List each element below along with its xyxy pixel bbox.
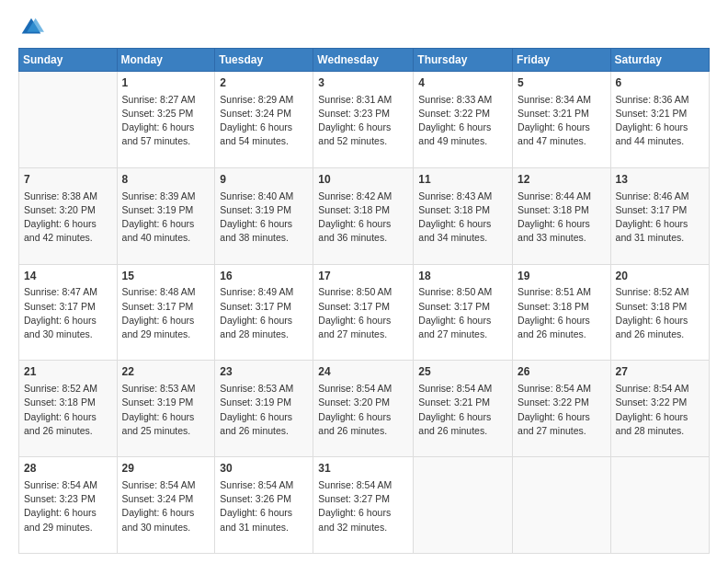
day-info: Sunrise: 8:46 AM Sunset: 3:17 PM Dayligh…: [616, 190, 704, 246]
calendar-cell: [414, 457, 513, 554]
day-number: 7: [24, 172, 112, 188]
day-info: Sunrise: 8:54 AM Sunset: 3:21 PM Dayligh…: [418, 382, 507, 438]
calendar-cell: 28Sunrise: 8:54 AM Sunset: 3:23 PM Dayli…: [19, 457, 118, 554]
logo: [18, 15, 48, 40]
day-info: Sunrise: 8:54 AM Sunset: 3:26 PM Dayligh…: [220, 478, 308, 534]
day-number: 26: [518, 364, 606, 380]
calendar-week-row: 1Sunrise: 8:27 AM Sunset: 3:25 PM Daylig…: [19, 72, 710, 168]
day-number: 24: [318, 364, 408, 380]
day-info: Sunrise: 8:39 AM Sunset: 3:19 PM Dayligh…: [122, 190, 210, 246]
calendar-cell: 16Sunrise: 8:49 AM Sunset: 3:17 PM Dayli…: [215, 264, 313, 361]
day-info: Sunrise: 8:54 AM Sunset: 3:22 PM Dayligh…: [616, 382, 704, 438]
calendar-cell: 7Sunrise: 8:38 AM Sunset: 3:20 PM Daylig…: [19, 167, 118, 264]
day-number: 9: [220, 172, 308, 188]
day-number: 20: [616, 269, 704, 284]
calendar-cell: 18Sunrise: 8:50 AM Sunset: 3:17 PM Dayli…: [414, 264, 513, 361]
calendar-cell: 13Sunrise: 8:46 AM Sunset: 3:17 PM Dayli…: [610, 167, 709, 264]
day-number: 28: [24, 461, 112, 477]
day-number: 22: [122, 364, 210, 380]
day-number: 5: [518, 75, 606, 91]
calendar-cell: 21Sunrise: 8:52 AM Sunset: 3:18 PM Dayli…: [19, 361, 118, 457]
day-info: Sunrise: 8:53 AM Sunset: 3:19 PM Dayligh…: [122, 382, 210, 438]
calendar-cell: 6Sunrise: 8:36 AM Sunset: 3:21 PM Daylig…: [610, 72, 709, 168]
calendar-cell: 8Sunrise: 8:39 AM Sunset: 3:19 PM Daylig…: [117, 167, 215, 264]
day-info: Sunrise: 8:52 AM Sunset: 3:18 PM Dayligh…: [24, 382, 112, 438]
day-number: 8: [122, 172, 210, 188]
day-info: Sunrise: 8:54 AM Sunset: 3:24 PM Dayligh…: [122, 478, 210, 534]
day-info: Sunrise: 8:54 AM Sunset: 3:23 PM Dayligh…: [24, 478, 112, 534]
day-info: Sunrise: 8:51 AM Sunset: 3:18 PM Dayligh…: [518, 285, 606, 341]
calendar-cell: 25Sunrise: 8:54 AM Sunset: 3:21 PM Dayli…: [414, 361, 513, 457]
weekday-header: Wednesday: [313, 49, 414, 72]
day-info: Sunrise: 8:33 AM Sunset: 3:22 PM Dayligh…: [418, 93, 507, 149]
day-info: Sunrise: 8:54 AM Sunset: 3:22 PM Dayligh…: [518, 382, 606, 438]
calendar-header-row: SundayMondayTuesdayWednesdayThursdayFrid…: [19, 49, 710, 72]
day-info: Sunrise: 8:42 AM Sunset: 3:18 PM Dayligh…: [318, 190, 408, 246]
calendar-cell: [513, 457, 611, 554]
day-number: 11: [418, 172, 507, 188]
day-number: 29: [122, 461, 210, 477]
header: [18, 15, 710, 40]
calendar-cell: 19Sunrise: 8:51 AM Sunset: 3:18 PM Dayli…: [513, 264, 611, 361]
calendar-cell: 30Sunrise: 8:54 AM Sunset: 3:26 PM Dayli…: [215, 457, 313, 554]
calendar-cell: 1Sunrise: 8:27 AM Sunset: 3:25 PM Daylig…: [117, 72, 215, 168]
day-info: Sunrise: 8:43 AM Sunset: 3:18 PM Dayligh…: [418, 190, 507, 246]
calendar-table: SundayMondayTuesdayWednesdayThursdayFrid…: [18, 48, 710, 554]
day-number: 27: [616, 364, 704, 380]
day-info: Sunrise: 8:49 AM Sunset: 3:17 PM Dayligh…: [220, 285, 308, 341]
calendar-week-row: 14Sunrise: 8:47 AM Sunset: 3:17 PM Dayli…: [19, 264, 710, 361]
day-number: 14: [24, 269, 112, 284]
day-number: 30: [220, 461, 308, 477]
day-info: Sunrise: 8:38 AM Sunset: 3:20 PM Dayligh…: [24, 190, 112, 246]
day-number: 4: [418, 75, 507, 91]
day-info: Sunrise: 8:29 AM Sunset: 3:24 PM Dayligh…: [220, 93, 308, 149]
calendar-cell: 14Sunrise: 8:47 AM Sunset: 3:17 PM Dayli…: [19, 264, 118, 361]
calendar-cell: 27Sunrise: 8:54 AM Sunset: 3:22 PM Dayli…: [610, 361, 709, 457]
calendar-week-row: 7Sunrise: 8:38 AM Sunset: 3:20 PM Daylig…: [19, 167, 710, 264]
calendar-cell: 22Sunrise: 8:53 AM Sunset: 3:19 PM Dayli…: [117, 361, 215, 457]
day-info: Sunrise: 8:44 AM Sunset: 3:18 PM Dayligh…: [518, 190, 606, 246]
calendar-cell: 3Sunrise: 8:31 AM Sunset: 3:23 PM Daylig…: [313, 72, 414, 168]
calendar-cell: 10Sunrise: 8:42 AM Sunset: 3:18 PM Dayli…: [313, 167, 414, 264]
day-number: 17: [318, 269, 408, 284]
day-info: Sunrise: 8:27 AM Sunset: 3:25 PM Dayligh…: [122, 93, 210, 149]
calendar-cell: 20Sunrise: 8:52 AM Sunset: 3:18 PM Dayli…: [610, 264, 709, 361]
day-info: Sunrise: 8:52 AM Sunset: 3:18 PM Dayligh…: [616, 285, 704, 341]
day-number: 3: [318, 75, 408, 91]
day-info: Sunrise: 8:48 AM Sunset: 3:17 PM Dayligh…: [122, 285, 210, 341]
day-number: 15: [122, 269, 210, 284]
calendar-cell: 4Sunrise: 8:33 AM Sunset: 3:22 PM Daylig…: [414, 72, 513, 168]
weekday-header: Friday: [513, 49, 611, 72]
weekday-header: Thursday: [414, 49, 513, 72]
calendar-cell: 5Sunrise: 8:34 AM Sunset: 3:21 PM Daylig…: [513, 72, 611, 168]
day-info: Sunrise: 8:34 AM Sunset: 3:21 PM Dayligh…: [518, 93, 606, 149]
calendar-cell: [19, 72, 118, 168]
calendar-cell: [610, 457, 709, 554]
calendar-cell: 2Sunrise: 8:29 AM Sunset: 3:24 PM Daylig…: [215, 72, 313, 168]
calendar-cell: 9Sunrise: 8:40 AM Sunset: 3:19 PM Daylig…: [215, 167, 313, 264]
day-info: Sunrise: 8:47 AM Sunset: 3:17 PM Dayligh…: [24, 285, 112, 341]
day-info: Sunrise: 8:53 AM Sunset: 3:19 PM Dayligh…: [220, 382, 308, 438]
weekday-header: Monday: [117, 49, 215, 72]
calendar-week-row: 21Sunrise: 8:52 AM Sunset: 3:18 PM Dayli…: [19, 361, 710, 457]
weekday-header: Saturday: [610, 49, 709, 72]
day-number: 6: [616, 75, 704, 91]
calendar-cell: 26Sunrise: 8:54 AM Sunset: 3:22 PM Dayli…: [513, 361, 611, 457]
page: SundayMondayTuesdayWednesdayThursdayFrid…: [0, 0, 728, 563]
day-number: 23: [220, 364, 308, 380]
calendar-cell: 17Sunrise: 8:50 AM Sunset: 3:17 PM Dayli…: [313, 264, 414, 361]
logo-icon: [18, 15, 44, 40]
calendar-cell: 23Sunrise: 8:53 AM Sunset: 3:19 PM Dayli…: [215, 361, 313, 457]
day-number: 2: [220, 75, 308, 91]
day-number: 19: [518, 269, 606, 284]
weekday-header: Tuesday: [215, 49, 313, 72]
day-info: Sunrise: 8:50 AM Sunset: 3:17 PM Dayligh…: [318, 285, 408, 341]
day-number: 16: [220, 269, 308, 284]
day-info: Sunrise: 8:40 AM Sunset: 3:19 PM Dayligh…: [220, 190, 308, 246]
day-info: Sunrise: 8:50 AM Sunset: 3:17 PM Dayligh…: [418, 285, 507, 341]
day-number: 18: [418, 269, 507, 284]
day-number: 10: [318, 172, 408, 188]
day-info: Sunrise: 8:31 AM Sunset: 3:23 PM Dayligh…: [318, 93, 408, 149]
day-number: 13: [616, 172, 704, 188]
day-number: 1: [122, 75, 210, 91]
